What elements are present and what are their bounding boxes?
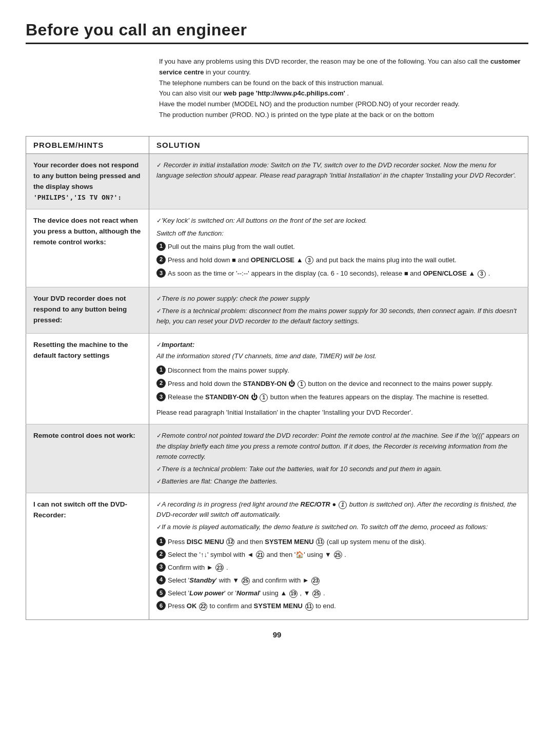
solution-cell-4: Important: All the information stored (T…: [149, 333, 528, 424]
step-number: 3: [156, 268, 166, 278]
list-item: 5 Select 'Low power' or 'Normal' using ▲…: [156, 588, 521, 598]
list-item: 3 As soon as the time or '--:--' appears…: [156, 268, 521, 279]
step-bold: Normal: [236, 589, 260, 597]
list-item: 2 Press and hold down ■ and OPEN/CLOSE ▲…: [156, 255, 521, 265]
intro-line3: You can also visit our web page 'http://…: [159, 88, 528, 99]
list-item: 4 Select 'Standby' with ▼ 25 and confirm…: [156, 575, 521, 586]
solution-text-1: Recorder in initial installation mode: S…: [156, 160, 521, 181]
circled-number: 11: [316, 538, 324, 546]
table-row: Your recorder does not respond to any bu…: [26, 153, 528, 209]
step-number: 4: [156, 575, 166, 585]
table-row: Resetting the machine to the default fac…: [26, 333, 528, 424]
problem-cell-4: Resetting the machine to the default fac…: [26, 333, 149, 424]
important-label: Important:: [156, 340, 521, 350]
intro-bold1: customer service centre: [159, 57, 521, 76]
solution-cell-2: 'Key lock' is switched on: All buttons o…: [149, 209, 528, 287]
step-number: 2: [156, 255, 166, 264]
solution-cell-5: Remote control not pointed toward the DV…: [149, 424, 528, 493]
col-header-solution: SOLUTION: [149, 136, 528, 153]
table-header-row: PROBLEM/HINTS SOLUTION: [26, 136, 528, 153]
step-number: 1: [156, 365, 166, 375]
circled-number: 12: [226, 538, 234, 546]
step-number: 2: [156, 550, 166, 559]
step-bold: STANDBY-ON ⏻: [205, 393, 258, 401]
footer-note-4: Please read paragraph 'Initial Installat…: [156, 408, 521, 418]
list-item: 6 Press OK 22 to confirm and SYSTEM MENU…: [156, 601, 521, 611]
problem-label-5: Remote control does not work:: [33, 432, 135, 439]
step-bold: DISC MENU: [187, 538, 224, 546]
list-item: 3 Confirm with ► 23 .: [156, 563, 521, 573]
circled-number: 1: [339, 501, 347, 509]
problem-label-6: I can not switch off the DVD-Recorder:: [33, 500, 127, 519]
solution-text-3a: There is no power supply: check the powe…: [156, 294, 521, 304]
steps-list-2: 1 Pull out the mains plug from the wall …: [156, 242, 521, 279]
circled-number: 19: [289, 590, 298, 598]
problem-label-3: Your DVD recorder does not respond to an…: [33, 295, 127, 324]
steps-list-6: 1 Press DISC MENU 12 and then SYSTEM MEN…: [156, 537, 521, 612]
solution-text-5b: There is a technical problem: Take out t…: [156, 464, 521, 474]
intro-section: If you have any problems using this DVD …: [159, 56, 528, 121]
table-row: The device does not react when you press…: [26, 209, 528, 287]
step-bold: OPEN/CLOSE ▲: [251, 256, 303, 264]
step-bold: SYSTEM MENU: [254, 602, 303, 610]
problem-cell-5: Remote control does not work:: [26, 424, 149, 493]
circled-number: 3: [305, 256, 313, 264]
solution-text-5a: Remote control not pointed toward the DV…: [156, 431, 521, 461]
problem-cell-1: Your recorder does not respond to any bu…: [26, 153, 149, 209]
circled-number: 23: [215, 564, 224, 572]
step-number: 5: [156, 588, 166, 597]
problem-label-1: Your recorder does not respond to any bu…: [33, 161, 141, 201]
steps-list-4: 1 Disconnect from the mains power supply…: [156, 365, 521, 402]
step-number: 3: [156, 563, 166, 572]
intro-line2: The telephone numbers can be found on th…: [159, 78, 528, 89]
list-item: 2 Select the '↑↓' symbol with ◄ 21 and t…: [156, 550, 521, 560]
solution-text-6a: A recording is in progress (red light ar…: [156, 499, 521, 520]
problem-label-4: Resetting the machine to the default fac…: [33, 341, 128, 359]
switch-off-note: Switch off the function:: [156, 228, 521, 239]
circled-number: 25: [242, 577, 250, 585]
solution-text-5c: Batteries are flat: Change the batteries…: [156, 476, 521, 487]
step-bold: Standby: [189, 576, 215, 584]
circled-number: 25: [334, 551, 342, 559]
circled-number: 11: [305, 603, 313, 611]
step-bold: OPEN/CLOSE ▲: [423, 269, 476, 277]
solution-cell-1: Recorder in initial installation mode: S…: [149, 153, 528, 209]
list-item: 1 Disconnect from the mains power supply…: [156, 365, 521, 376]
circled-number: 1: [260, 394, 268, 402]
solution-cell-6: A recording is in progress (red light ar…: [149, 493, 528, 620]
list-item: 2 Press and hold down the STANDBY-ON ⏻ 1…: [156, 379, 521, 389]
problem-label-2: The device does not react when you press…: [33, 217, 141, 246]
circled-number: 23: [311, 577, 320, 585]
step-bold: STANDBY-ON ⏻: [243, 380, 295, 387]
intro-line1: If you have any problems using this DVD …: [159, 56, 528, 78]
problem-cell-3: Your DVD recorder does not respond to an…: [26, 287, 149, 333]
problem-cell-2: The device does not react when you press…: [26, 209, 149, 287]
step-number: 3: [156, 392, 166, 401]
table-row: I can not switch off the DVD-Recorder: A…: [26, 493, 528, 620]
circled-number: 1: [298, 380, 306, 389]
page-number: 99: [26, 630, 528, 639]
solution-text-6b: If a movie is played automatically, the …: [156, 522, 521, 532]
circled-number: 25: [312, 590, 321, 598]
intro-line4: Have the model number (MODEL NO) and the…: [159, 99, 528, 110]
step-number: 1: [156, 537, 166, 546]
circled-number: 3: [478, 270, 486, 278]
table-row: Your DVD recorder does not respond to an…: [26, 287, 528, 333]
solution-text-3b: There is a technical problem: disconnect…: [156, 306, 521, 326]
key-lock-note: 'Key lock' is switched on: All buttons o…: [156, 216, 521, 226]
list-item: 1 Press DISC MENU 12 and then SYSTEM MEN…: [156, 537, 521, 547]
intro-bold2: web page 'http://www.p4c.philips.com': [224, 89, 345, 97]
intro-line5: The production number (PROD. NO.) is pri…: [159, 110, 528, 121]
step-number: 2: [156, 379, 166, 388]
page-title: Before you call an engineer: [26, 21, 528, 40]
list-item: 3 Release the STANDBY-ON ⏻ 1 button when…: [156, 392, 521, 402]
circled-number: 22: [199, 603, 207, 611]
title-divider: [26, 43, 528, 44]
list-item: 1 Pull out the mains plug from the wall …: [156, 242, 521, 252]
step-bold: SYSTEM MENU: [265, 538, 313, 546]
problem-cell-6: I can not switch off the DVD-Recorder:: [26, 493, 149, 620]
table-row: Remote control does not work: Remote con…: [26, 424, 528, 493]
step-number: 1: [156, 242, 166, 251]
solution-cell-3: There is no power supply: check the powe…: [149, 287, 528, 333]
col-header-problem: PROBLEM/HINTS: [26, 136, 149, 153]
